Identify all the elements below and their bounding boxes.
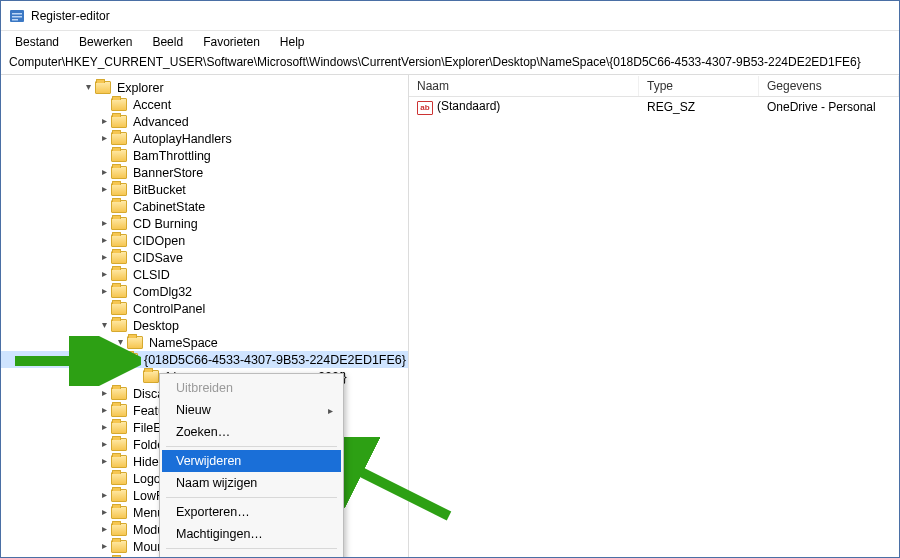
tree-item-label: CabinetState: [131, 199, 207, 215]
tree-pane[interactable]: ExplorerAccentAdvancedAutoplayHandlersBa…: [1, 75, 409, 557]
tree-item-label: Desktop: [131, 318, 181, 334]
folder-icon: [111, 285, 127, 298]
tree-item-label: ControlPanel: [131, 301, 207, 317]
context-menu-label: Exporteren…: [176, 505, 250, 519]
folder-icon: [143, 370, 159, 383]
expand-toggle[interactable]: [97, 114, 111, 130]
tree-item-label: CLSID: [131, 267, 172, 283]
folder-icon: [111, 438, 127, 451]
menu-favorieten[interactable]: Favorieten: [195, 33, 268, 51]
expand-toggle[interactable]: [97, 386, 111, 402]
folder-icon: [111, 404, 127, 417]
tree-item-label: ComDlg32: [131, 284, 194, 300]
folder-icon: [111, 421, 127, 434]
context-menu-item[interactable]: Zoeken…: [162, 421, 341, 443]
expand-toggle[interactable]: [97, 454, 111, 470]
expand-toggle[interactable]: [97, 437, 111, 453]
expand-toggle[interactable]: [97, 182, 111, 198]
context-menu-item[interactable]: Sleutelnaam kopiëren: [162, 552, 341, 557]
tree-item-label: BannerStore: [131, 165, 205, 181]
menu-beeld[interactable]: Beeld: [144, 33, 191, 51]
folder-icon: [111, 166, 127, 179]
folder-icon: [111, 183, 127, 196]
menu-help[interactable]: Help: [272, 33, 313, 51]
expand-toggle[interactable]: [97, 488, 111, 504]
folder-icon: [111, 98, 127, 111]
regedit-icon: [9, 8, 25, 24]
tree-item[interactable]: Advanced: [1, 113, 408, 130]
menu-bestand[interactable]: Bestand: [7, 33, 67, 51]
menu-bewerken[interactable]: Bewerken: [71, 33, 140, 51]
menu-separator: [166, 497, 337, 498]
tree-item[interactable]: CIDSave: [1, 249, 408, 266]
list-row[interactable]: ab(Standaard)REG_SZOneDrive - Personal: [409, 97, 899, 117]
list-pane[interactable]: Naam Type Gegevens ab(Standaard)REG_SZOn…: [409, 75, 899, 557]
folder-icon: [111, 472, 127, 485]
tree-item-label: BitBucket: [131, 182, 188, 198]
context-menu-item[interactable]: Naam wijzigen: [162, 472, 341, 494]
folder-icon: [111, 455, 127, 468]
expand-toggle[interactable]: [81, 80, 95, 96]
tree-item[interactable]: CIDOpen: [1, 232, 408, 249]
folder-icon: [111, 115, 127, 128]
expand-toggle[interactable]: [113, 335, 127, 351]
expand-toggle[interactable]: [97, 267, 111, 283]
tree-item[interactable]: BitBucket: [1, 181, 408, 198]
folder-icon: [111, 523, 127, 536]
folder-icon: [127, 336, 143, 349]
context-menu-item[interactable]: Machtigingen…: [162, 523, 341, 545]
context-menu-item[interactable]: Exporteren…: [162, 501, 341, 523]
tree-item[interactable]: Desktop: [1, 317, 408, 334]
tree-item[interactable]: CLSID: [1, 266, 408, 283]
tree-item[interactable]: CabinetState: [1, 198, 408, 215]
tree-item-label: Explorer: [115, 80, 166, 96]
address-bar[interactable]: Computer\HKEY_CURRENT_USER\Software\Micr…: [1, 53, 899, 75]
context-menu-item[interactable]: Nieuw▸: [162, 399, 341, 421]
svg-rect-2: [12, 16, 22, 18]
expand-toggle[interactable]: [97, 250, 111, 266]
expand-toggle[interactable]: [97, 539, 111, 555]
expand-toggle[interactable]: [97, 233, 111, 249]
folder-icon: [111, 217, 127, 230]
folder-icon: [111, 234, 127, 247]
tree-item-label: CIDSave: [131, 250, 185, 266]
tree-item-label: AutoplayHandlers: [131, 131, 234, 147]
expand-toggle[interactable]: [97, 165, 111, 181]
folder-icon: [111, 149, 127, 162]
context-menu-item[interactable]: Verwijderen: [162, 450, 341, 472]
folder-icon: [111, 200, 127, 213]
window-title: Register-editor: [31, 9, 110, 23]
tree-item[interactable]: BannerStore: [1, 164, 408, 181]
tree-item[interactable]: ComDlg32: [1, 283, 408, 300]
expand-toggle[interactable]: [97, 284, 111, 300]
context-menu-label: Machtigingen…: [176, 527, 263, 541]
expand-toggle[interactable]: [97, 216, 111, 232]
col-type[interactable]: Type: [639, 76, 759, 96]
tree-item[interactable]: ControlPanel: [1, 300, 408, 317]
expand-toggle[interactable]: [97, 522, 111, 538]
expand-toggle[interactable]: [97, 420, 111, 436]
tree-item[interactable]: NameSpace: [1, 334, 408, 351]
folder-icon: [111, 302, 127, 315]
context-menu-label: Naam wijzigen: [176, 476, 257, 490]
context-menu[interactable]: UitbreidenNieuw▸Zoeken…VerwijderenNaam w…: [159, 373, 344, 557]
tree-item[interactable]: Explorer: [1, 79, 408, 96]
col-data[interactable]: Gegevens: [759, 76, 899, 96]
expand-toggle[interactable]: [97, 403, 111, 419]
folder-icon: [111, 319, 127, 332]
col-name[interactable]: Naam: [409, 76, 639, 96]
expand-toggle[interactable]: [97, 318, 111, 334]
tree-item[interactable]: {018D5C66-4533-4307-9B53-224DE2ED1FE6}: [1, 351, 408, 368]
folder-icon: [111, 387, 127, 400]
folder-icon: [95, 81, 111, 94]
tree-item[interactable]: BamThrottling: [1, 147, 408, 164]
tree-item[interactable]: AutoplayHandlers: [1, 130, 408, 147]
tree-item[interactable]: CD Burning: [1, 215, 408, 232]
titlebar: Register-editor: [1, 1, 899, 31]
expand-toggle[interactable]: [97, 131, 111, 147]
folder-icon: [111, 540, 127, 553]
tree-item[interactable]: Accent: [1, 96, 408, 113]
expand-toggle[interactable]: [97, 505, 111, 521]
tree-item-label: NameSpace: [147, 335, 220, 351]
folder-icon: [111, 132, 127, 145]
